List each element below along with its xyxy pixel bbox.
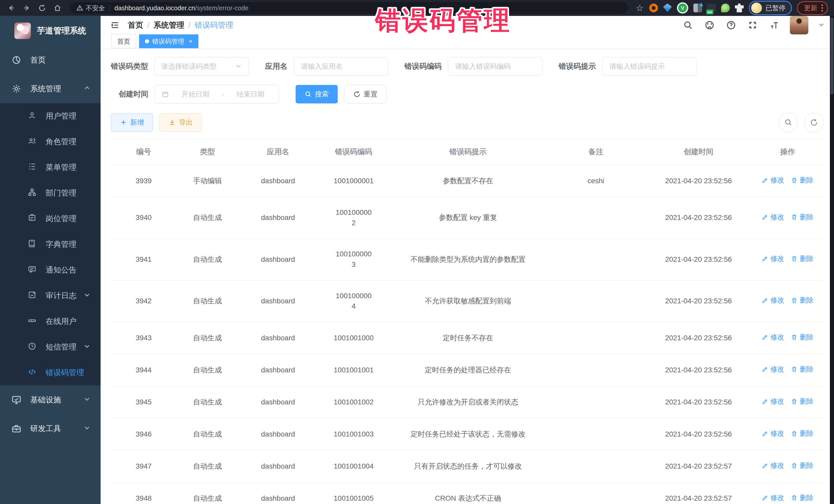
back-icon[interactable] — [5, 1, 18, 15]
cell-type: 自动生成 — [176, 354, 238, 386]
extension-squares-icon[interactable] — [694, 4, 702, 12]
add-button[interactable]: 新增 — [111, 113, 153, 132]
font-size-icon[interactable] — [768, 19, 780, 31]
toggle-search-icon[interactable] — [778, 113, 798, 132]
edit-link[interactable]: 修改 — [762, 212, 784, 222]
sidebar-item-system[interactable]: 系统管理 — [0, 74, 101, 103]
extensions-puzzle-icon[interactable] — [735, 4, 744, 12]
chevron-down-icon[interactable] — [818, 21, 825, 29]
extension-on-badge-icon[interactable] — [707, 4, 716, 12]
sidebar-item-devtool[interactable]: 研发工具 — [0, 414, 101, 443]
warning-icon — [76, 5, 83, 11]
error-code-input[interactable] — [455, 62, 535, 71]
address-bar[interactable]: 不安全 dashboard.yudao.iocoder.cn/system/er… — [70, 2, 628, 14]
edit-link[interactable]: 修改 — [762, 396, 784, 407]
fullscreen-icon[interactable] — [747, 19, 759, 31]
delete-link[interactable]: 删除 — [791, 332, 813, 342]
browser-update-button[interactable]: 更新 — [797, 1, 828, 15]
sidebar-item-online[interactable]: 在线用户 — [0, 308, 101, 334]
sidebar-item-dict[interactable]: 字典管理 — [0, 232, 101, 257]
filter-code: 错误码编码 — [404, 57, 542, 76]
sidebar-fold-icon[interactable] — [108, 18, 122, 32]
edit-link[interactable]: 修改 — [762, 295, 784, 305]
delete-link[interactable]: 删除 — [791, 254, 813, 264]
home-icon[interactable] — [51, 1, 64, 15]
search-icon[interactable] — [682, 19, 694, 31]
extension-leaf-icon[interactable] — [721, 4, 730, 12]
sidebar-item-label: 在线用户 — [46, 316, 76, 327]
cell-type: 自动生成 — [176, 386, 238, 418]
bookmark-star-icon[interactable]: ☆ — [635, 4, 644, 12]
edit-link[interactable]: 修改 — [762, 493, 784, 503]
tab-home[interactable]: 首页 — [111, 35, 136, 48]
edit-icon — [762, 177, 768, 184]
cell-message: 不允许获取敏感配置到前端 — [390, 280, 546, 322]
sidebar-item-notice[interactable]: 通知公告 — [0, 257, 101, 283]
error-type-select[interactable]: 请选择错误码类型 — [154, 57, 249, 76]
sidebar-item-menu[interactable]: 菜单管理 — [0, 154, 101, 180]
trash-icon — [791, 430, 797, 437]
sidebar-item-infra[interactable]: 基础设施 — [0, 386, 101, 414]
table-row: 3940自动生成dashboard1001000002参数配置 key 重复20… — [111, 197, 824, 239]
trash-icon — [791, 255, 797, 262]
close-icon[interactable]: × — [189, 38, 193, 45]
extension-green-icon[interactable]: V — [677, 2, 688, 14]
edit-link[interactable]: 修改 — [762, 429, 784, 439]
cell-type: 自动生成 — [176, 239, 238, 280]
reload-icon[interactable] — [36, 1, 49, 15]
cell-code: 1001001004 — [317, 451, 390, 482]
delete-link[interactable]: 删除 — [791, 396, 813, 407]
edit-link[interactable]: 修改 — [762, 175, 784, 185]
delete-link[interactable]: 删除 — [791, 295, 813, 305]
sidebar-item-label: 首页 — [30, 55, 46, 65]
extension-gem-icon[interactable] — [663, 4, 672, 12]
sidebar-item-user[interactable]: 用户管理 — [0, 103, 101, 129]
chevron-down-icon — [84, 395, 90, 404]
edit-link[interactable]: 修改 — [762, 332, 784, 342]
sidebar-item-role[interactable]: 角色管理 — [0, 129, 101, 154]
filter-created-label: 创建时间 — [118, 89, 148, 99]
sidebar-item-audit[interactable]: 审计日志 — [0, 283, 101, 308]
breadcrumb-system[interactable]: 系统管理 — [153, 20, 184, 30]
help-icon[interactable] — [725, 19, 737, 31]
profile-paused-pill[interactable]: 已暂停 — [749, 1, 792, 15]
cell-actions: 修改删除 — [751, 197, 824, 239]
app-name-input[interactable] — [301, 62, 381, 71]
edit-link[interactable]: 修改 — [762, 254, 784, 264]
extension-orange-icon[interactable] — [649, 4, 658, 12]
edit-link[interactable]: 修改 — [762, 365, 784, 374]
security-warning[interactable]: 不安全 — [76, 4, 105, 12]
delete-link[interactable]: 删除 — [791, 461, 813, 470]
sidebar-item-errcode[interactable]: 错误码管理 — [0, 360, 101, 386]
edit-link[interactable]: 修改 — [762, 461, 784, 470]
delete-link[interactable]: 删除 — [791, 493, 813, 503]
sidebar-item-sms[interactable]: 短信管理 — [0, 334, 101, 360]
sidebar-item-home[interactable]: 首页 — [0, 46, 101, 74]
delete-link[interactable]: 删除 — [791, 175, 813, 185]
cell-actions: 修改删除 — [751, 386, 824, 418]
window-scrollbar[interactable] — [830, 16, 834, 504]
scrollbar-thumb[interactable] — [830, 18, 833, 94]
forward-icon[interactable] — [20, 1, 34, 15]
tab-error-code[interactable]: 错误码管理 × — [139, 35, 198, 48]
export-button[interactable]: 导出 — [160, 113, 202, 132]
user-avatar[interactable] — [790, 16, 808, 35]
sidebar-item-post[interactable]: 岗位管理 — [0, 206, 101, 232]
delete-link[interactable]: 删除 — [791, 212, 813, 222]
delete-link[interactable]: 删除 — [791, 429, 813, 439]
trash-icon — [791, 297, 797, 304]
search-button[interactable]: 搜索 — [295, 85, 338, 104]
sidebar-item-dept[interactable]: 部门管理 — [0, 180, 101, 206]
url-host: dashboard.yudao.iocoder.cn — [114, 4, 195, 12]
reset-button[interactable]: 重置 — [344, 85, 387, 104]
delete-link[interactable]: 删除 — [791, 365, 813, 374]
breadcrumb-home[interactable]: 首页 — [128, 20, 143, 30]
github-icon[interactable] — [704, 19, 716, 31]
date-range-picker[interactable]: 开始日期 - 结束日期 — [154, 85, 279, 104]
error-message-input[interactable] — [609, 62, 689, 71]
cell-app: dashboard — [238, 197, 317, 239]
filter-type: 错误码类型 请选择错误码类型 — [111, 57, 249, 76]
cell-app: dashboard — [238, 322, 317, 354]
browser-menu-icon[interactable] — [821, 4, 823, 12]
refresh-table-icon[interactable] — [804, 113, 824, 132]
